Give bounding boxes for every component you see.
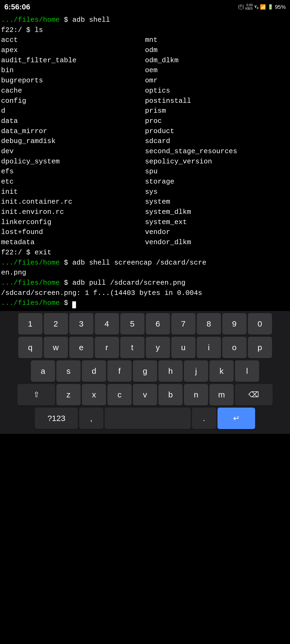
key-7[interactable]: 7 <box>171 313 195 335</box>
key-space[interactable] <box>105 408 191 429</box>
key-b[interactable]: b <box>158 384 183 405</box>
ls-item: bugreports <box>1 76 145 86</box>
ls-item: linkerconfig <box>1 217 145 228</box>
ls-item: optics <box>145 86 289 96</box>
key-c[interactable]: c <box>107 384 132 405</box>
keyboard-row-zxcv: ⇧zxcvbnm⌫ <box>1 384 289 405</box>
terminal-line-screencap2: en.png <box>1 268 289 278</box>
adb-shell-cmd: $ adb shell <box>60 16 110 24</box>
pull-result: /sdcard/screen.png: 1 f...(14403 bytes i… <box>1 289 202 297</box>
ls-item: proc <box>145 116 289 126</box>
keyboard-row-asdf: asdfghjkl <box>1 360 289 382</box>
key-r[interactable]: r <box>95 337 119 358</box>
key-0[interactable]: 0 <box>248 313 272 335</box>
key-e[interactable]: e <box>69 337 93 358</box>
key-⌫[interactable]: ⌫ <box>235 384 273 405</box>
key-g[interactable]: g <box>133 360 157 382</box>
key-n[interactable]: n <box>184 384 208 405</box>
key-a[interactable]: a <box>31 360 55 382</box>
key-s[interactable]: s <box>56 360 81 382</box>
ls-item: spu <box>145 167 289 177</box>
ls-item: system_ext <box>145 217 289 228</box>
ls-item: sepolicy_version <box>145 157 289 167</box>
ls-item: postinstall <box>145 96 289 106</box>
key-i[interactable]: i <box>197 337 221 358</box>
clock: 6:56:06 <box>4 3 30 11</box>
ls-item: sys <box>145 187 289 197</box>
ls-item: init <box>1 187 145 197</box>
ls-item: prism <box>145 106 289 116</box>
key-8[interactable]: 8 <box>197 313 221 335</box>
key-2[interactable]: 2 <box>44 313 68 335</box>
ls-item: system_dlkm <box>145 207 289 217</box>
terminal-line-ls: f22:/ $ ls <box>1 25 289 35</box>
ls-output: acctmntapexodmaudit_filter_tableodm_dlkm… <box>1 35 289 247</box>
key-v[interactable]: v <box>133 384 157 405</box>
ls-item: vendor_dlkm <box>145 237 289 248</box>
ls-item: d <box>1 106 145 116</box>
screencap-cmd2: en.png <box>1 269 26 277</box>
battery-icon: 🔋 <box>267 4 273 10</box>
terminal-line-exit: f22:/ $ exit <box>1 248 289 258</box>
network-speed: 0.00 KB/S <box>245 3 253 10</box>
key-.[interactable]: . <box>192 408 216 429</box>
ls-item: vendor <box>145 227 289 237</box>
key-⇧[interactable]: ⇧ <box>17 384 55 405</box>
key-o[interactable]: o <box>222 337 247 358</box>
network-type-icon: Y0 <box>254 5 258 10</box>
key-y[interactable]: y <box>146 337 170 358</box>
key-m[interactable]: m <box>209 384 234 405</box>
key-p[interactable]: p <box>248 337 272 358</box>
key-x[interactable]: x <box>82 384 106 405</box>
ls-item: second_stage_resources <box>145 147 289 157</box>
ls-item: cache <box>1 86 145 96</box>
ls-item: data <box>1 116 145 126</box>
key-4[interactable]: 4 <box>95 313 119 335</box>
key-5[interactable]: 5 <box>120 313 144 335</box>
prompt-files-home-1: .../files/home <box>1 16 60 24</box>
ls-item: mnt <box>145 35 289 45</box>
key-3[interactable]: 3 <box>69 313 93 335</box>
key-j[interactable]: j <box>184 360 208 382</box>
key-f[interactable]: f <box>107 360 132 382</box>
ls-item: acct <box>1 35 145 45</box>
key-?123[interactable]: ?123 <box>35 408 78 429</box>
ls-item: apex <box>1 45 145 56</box>
ls-item: product <box>145 126 289 137</box>
prompt-files-home-4: .../files/home <box>1 299 60 307</box>
ls-item: omr <box>145 76 289 86</box>
pull-cmd: $ adb pull /sdcard/screen.png <box>60 279 185 287</box>
ls-item: dpolicy_system <box>1 157 145 167</box>
key-d[interactable]: d <box>82 360 106 382</box>
terminal-line-pull-result: /sdcard/screen.png: 1 f...(14403 bytes i… <box>1 288 289 298</box>
terminal-line-adb-shell: .../files/home $ adb shell <box>1 15 289 25</box>
battery-percent: 95% <box>275 4 286 10</box>
ls-item: lost+found <box>1 227 145 237</box>
status-bar: 6:56:06 📳 0.00 KB/S Y0 📶 🔋 95% <box>0 0 290 14</box>
key-1[interactable]: 1 <box>18 313 42 335</box>
keyboard-row-numbers: 1234567890 <box>1 313 289 335</box>
key-l[interactable]: l <box>235 360 259 382</box>
keyboard: 1234567890 qwertyuiop asdfghjkl ⇧zxcvbnm… <box>0 311 290 434</box>
key-6[interactable]: 6 <box>146 313 170 335</box>
ls-item: sdcard <box>145 136 289 147</box>
keyboard-row-qwerty: qwertyuiop <box>1 337 289 358</box>
prompt-files-home-3: .../files/home <box>1 279 60 287</box>
key-w[interactable]: w <box>44 337 68 358</box>
ls-item: storage <box>145 177 289 187</box>
key-↵[interactable]: ↵ <box>218 408 255 429</box>
key-,[interactable]: , <box>79 408 103 429</box>
final-cmd: $ <box>60 299 72 307</box>
key-h[interactable]: h <box>158 360 183 382</box>
exit-cmd: f22:/ $ exit <box>1 248 51 257</box>
key-z[interactable]: z <box>56 384 81 405</box>
key-t[interactable]: t <box>120 337 144 358</box>
terminal-line-final: .../files/home $ <box>1 298 289 308</box>
key-9[interactable]: 9 <box>222 313 247 335</box>
cursor <box>72 301 76 308</box>
key-q[interactable]: q <box>18 337 42 358</box>
ls-item: metadata <box>1 237 145 248</box>
key-k[interactable]: k <box>209 360 234 382</box>
key-u[interactable]: u <box>171 337 195 358</box>
terminal-line-screencap: .../files/home $ adb shell screencap /sd… <box>1 258 289 268</box>
